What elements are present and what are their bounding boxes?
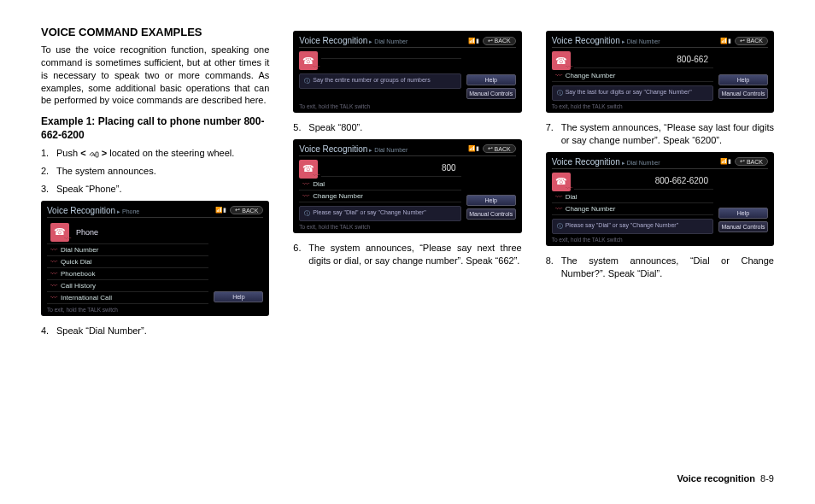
- page-footer: Voice recognition 8-9: [677, 473, 774, 483]
- info-icon: ⓘ: [304, 77, 310, 85]
- menu-item[interactable]: 〰Call History: [47, 280, 208, 292]
- signal-icon: 📶▮: [720, 158, 731, 165]
- back-arrow-icon: ↩: [740, 38, 745, 44]
- menu-item[interactable]: 〰International Call: [47, 292, 208, 304]
- step-2: 2.The system announces.: [41, 165, 269, 178]
- menu-item[interactable]: 〰Dial Number: [47, 244, 208, 256]
- manual-controls-button[interactable]: Manual Controls: [466, 88, 516, 99]
- talk-icon: [89, 150, 99, 159]
- intro-paragraph: To use the voice recognition function, s…: [41, 44, 269, 107]
- phone-app-icon: ☎: [299, 51, 318, 70]
- info-icon: ⓘ: [557, 222, 563, 231]
- menu-item[interactable]: 〰Phonebook: [47, 268, 208, 280]
- step-7: 7.The system announces, “Please say last…: [546, 121, 774, 147]
- signal-icon: 📶▮: [468, 145, 479, 152]
- menu-item[interactable]: 〰Quick Dial: [47, 256, 208, 268]
- back-arrow-icon: ↩: [488, 38, 493, 44]
- signal-icon: 📶▮: [720, 38, 731, 44]
- back-arrow-icon: ↩: [740, 158, 745, 165]
- menu-item[interactable]: 〰Change Number: [552, 70, 713, 82]
- info-icon: ⓘ: [557, 89, 563, 97]
- screen-footer-hint: To exit, hold the TALK switch: [47, 307, 263, 313]
- help-button[interactable]: Help: [466, 195, 516, 206]
- number-display: 800: [321, 160, 460, 177]
- back-arrow-icon: ↩: [488, 145, 493, 152]
- step-4: 4.Speak “Dial Number”.: [41, 325, 269, 337]
- number-display: [321, 51, 460, 59]
- voice-hint: ⓘPlease say "Dial" or say "Change Number…: [552, 219, 713, 234]
- help-button[interactable]: Help: [718, 74, 768, 85]
- phone-app-icon: ☎: [299, 160, 318, 179]
- help-button[interactable]: Help: [466, 74, 516, 85]
- back-button[interactable]: ↩BACK: [483, 144, 516, 153]
- step-5: 5.Speak “800”.: [293, 121, 521, 134]
- number-display: 800-662: [574, 51, 713, 68]
- phone-app-icon: ☎: [552, 173, 571, 191]
- number-display: 800-662-6200: [574, 173, 713, 190]
- manual-controls-button[interactable]: Manual Controls: [718, 88, 768, 99]
- help-button[interactable]: Help: [718, 208, 768, 219]
- screen-phone-menu: Voice Recognition▸ Phone 📶▮↩BACK ☎Phone …: [41, 201, 269, 316]
- voice-hint: ⓘPlease say "Dial" or say "Change Number…: [299, 206, 460, 221]
- step-6: 6.The system announces, “Please say next…: [293, 242, 521, 267]
- menu-item[interactable]: 〰Change Number: [552, 203, 713, 215]
- phone-app-icon: ☎: [50, 223, 69, 242]
- svg-rect-0: [96, 152, 98, 157]
- menu-item[interactable]: 〰Dial: [299, 179, 460, 190]
- back-button[interactable]: ↩BACK: [735, 157, 768, 166]
- voice-hint: ⓘSay the entire number or groups of numb…: [299, 73, 460, 89]
- screen-dial-800: Voice Recognition▸ Dial Number 📶▮↩BACK ☎…: [293, 139, 521, 233]
- screen-dial-800-662: Voice Recognition▸ Dial Number 📶▮↩BACK ☎…: [546, 31, 774, 113]
- step-3: 3.Speak “Phone”.: [41, 183, 269, 196]
- back-button[interactable]: ↩BACK: [735, 37, 768, 45]
- example-heading: Example 1: Placing call to phone number …: [41, 115, 269, 142]
- voice-hint: ⓘSay the last four digits or say "Change…: [552, 85, 713, 101]
- step-1: 1. Push < > located on the steering whee…: [41, 147, 269, 160]
- manual-controls-button[interactable]: Manual Controls: [466, 208, 516, 220]
- phone-app-icon: ☎: [552, 51, 571, 70]
- manual-controls-button[interactable]: Manual Controls: [718, 221, 768, 232]
- info-icon: ⓘ: [304, 209, 310, 218]
- back-button[interactable]: ↩BACK: [230, 206, 263, 214]
- menu-item[interactable]: 〰Change Number: [299, 190, 460, 202]
- signal-icon: 📶▮: [215, 207, 226, 214]
- screen-dial-full: Voice Recognition▸ Dial Number 📶▮↩BACK ☎…: [546, 152, 774, 246]
- step-8: 8.The system announces, “Dial or Change …: [546, 255, 774, 280]
- signal-icon: 📶▮: [468, 38, 479, 44]
- screen-dial-empty: Voice Recognition▸ Dial Number 📶▮↩BACK ☎…: [293, 31, 521, 113]
- help-button[interactable]: Help: [214, 291, 263, 302]
- section-heading: VOICE COMMAND EXAMPLES: [41, 26, 269, 38]
- menu-item[interactable]: 〰Dial: [552, 191, 713, 203]
- back-button[interactable]: ↩BACK: [483, 37, 516, 45]
- back-arrow-icon: ↩: [235, 207, 240, 214]
